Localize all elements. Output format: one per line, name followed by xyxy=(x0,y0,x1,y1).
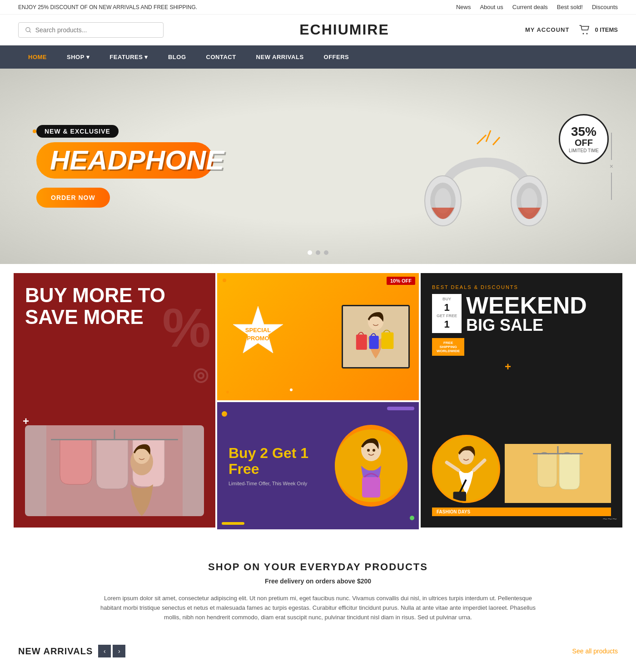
weekend-circle-image xyxy=(432,435,500,503)
cart-icon xyxy=(578,24,591,36)
deco-bar-2 xyxy=(222,522,244,525)
svg-line-12 xyxy=(493,137,500,145)
hero-dots xyxy=(308,250,328,255)
shop-description: Lorem ipsum dolor sit amet, consectetur … xyxy=(100,594,536,622)
weekend-title: WEEKEND xyxy=(466,294,611,317)
plus-icon: + xyxy=(23,415,29,428)
announcement-text: ENJOY 25% DISCOUNT OF ON NEW ARRIVALS AN… xyxy=(18,4,197,10)
big-sale-text: BIG SALE xyxy=(466,317,611,334)
search-icon xyxy=(25,26,32,34)
svg-point-3 xyxy=(586,33,588,34)
hero-title-wrap: HEADPHONE xyxy=(36,142,214,179)
fashion-days-badge: FASHION DAYS xyxy=(432,508,611,516)
chevron-down-icon: ▾ xyxy=(86,54,90,60)
buy-more-title: BUY MORE TO SAVE MORE xyxy=(25,284,204,329)
svg-line-11 xyxy=(486,130,491,142)
promo-grid: BUY MORE TO SAVE MORE % ◎ + xyxy=(14,273,622,529)
nav-offers[interactable]: OFFERS xyxy=(314,45,359,69)
top-link-deals[interactable]: Current deals xyxy=(512,4,548,10)
promo-card-buy-more[interactable]: BUY MORE TO SAVE MORE % ◎ + xyxy=(14,273,215,528)
header: ECHIUMIRE MY ACCOUNT 0 ITEMS xyxy=(0,15,636,45)
svg-point-29 xyxy=(367,449,370,452)
hero-headphone-image xyxy=(418,117,554,264)
buy2-subtitle: Limited-Time Offer, This Week Only xyxy=(229,481,326,486)
top-links: News About us Current deals Best sold! D… xyxy=(456,4,618,10)
nav-blog[interactable]: BLOG xyxy=(158,45,196,69)
shop-subtitle: Free delivery on orders above $200 xyxy=(18,577,618,585)
weekend-title-wrap: WEEKEND BIG SALE xyxy=(466,294,611,334)
hero-dot-2[interactable] xyxy=(316,250,320,255)
chevron-down-icon: ▾ xyxy=(144,54,148,60)
discount-badge: 35% OFF LIMITED TIME xyxy=(559,114,609,164)
my-account-link[interactable]: MY ACCOUNT xyxy=(525,26,569,33)
weekend-arrows-deco: ~~~ xyxy=(602,514,617,524)
logo: ECHIUMIRE xyxy=(299,21,389,38)
discount-tag: 10% OFF xyxy=(387,277,415,285)
nav-features[interactable]: FEATURES ▾ xyxy=(99,45,158,69)
top-link-discounts[interactable]: Discounts xyxy=(592,4,618,10)
free-ship-badge: FREE SHIPPING WORLDWIDE xyxy=(432,338,464,356)
main-nav: HOME SHOP ▾ FEATURES ▾ BLOG CONTACT NEW … xyxy=(0,45,636,69)
svg-text:SPECIAL: SPECIAL xyxy=(245,327,271,334)
buy-get-badge: BUY 1 GET FREE 1 xyxy=(432,294,462,333)
svg-line-10 xyxy=(477,135,486,144)
buy2-person-image xyxy=(335,425,407,507)
vline-bottom xyxy=(611,173,612,200)
svg-point-30 xyxy=(373,449,375,452)
promo-card-weekend[interactable]: BEST DEALS & DISCOUNTS BUY 1 GET FREE 1 … xyxy=(421,273,622,528)
svg-rect-14 xyxy=(51,439,178,440)
vline-top xyxy=(611,133,612,160)
svg-text:PROMO: PROMO xyxy=(247,335,269,342)
new-arrivals-section: NEW ARRIVALS ‹ › See all products xyxy=(0,636,636,664)
starburst-svg: SPECIAL PROMO xyxy=(226,304,290,368)
svg-rect-24 xyxy=(369,336,379,349)
x-mark: × xyxy=(610,163,613,170)
hero-title: HEADPHONE xyxy=(50,147,200,174)
discount-percent: 35% xyxy=(571,125,596,138)
dot-3 xyxy=(290,388,293,391)
buy-more-circle: ◎ xyxy=(193,364,209,385)
cart-count: 0 ITEMS xyxy=(595,26,618,33)
header-right: MY ACCOUNT 0 ITEMS xyxy=(525,24,618,36)
starburst-wrap: SPECIAL PROMO xyxy=(226,304,290,369)
nav-shop[interactable]: SHOP ▾ xyxy=(57,45,99,69)
top-link-bestsold[interactable]: Best sold! xyxy=(557,4,583,10)
promo-card-buy2[interactable]: Buy 2 Get 1 Free Limited-Time Offer, Thi… xyxy=(217,402,419,529)
hero-banner: NEW & EXCLUSIVE HEADPHONE ORDER NOW xyxy=(0,69,636,264)
hero-dot-1[interactable] xyxy=(308,250,312,255)
hero-lines-decoration: × xyxy=(610,133,613,200)
arrivals-prev-button[interactable]: ‹ xyxy=(98,645,111,657)
deco-circle-2 xyxy=(410,516,414,520)
promo-card-special[interactable]: SPECIAL PROMO 10% OFF xyxy=(217,273,419,400)
search-input[interactable] xyxy=(35,26,157,34)
svg-rect-33 xyxy=(453,492,466,501)
special-promo-image xyxy=(342,305,410,368)
arrivals-next-button[interactable]: › xyxy=(113,645,125,657)
nav-contact[interactable]: CONTACT xyxy=(196,45,246,69)
order-now-button[interactable]: ORDER NOW xyxy=(36,188,110,208)
new-arrivals-title: NEW ARRIVALS xyxy=(18,646,93,657)
cart-button[interactable]: 0 ITEMS xyxy=(578,24,618,36)
weekend-rack-image xyxy=(505,444,611,503)
svg-rect-23 xyxy=(356,334,367,350)
search-bar[interactable] xyxy=(18,22,164,38)
see-all-link[interactable]: See all products xyxy=(572,647,618,655)
arrivals-nav: ‹ › xyxy=(98,645,125,657)
buy-get-badge-row: BUY 1 GET FREE 1 WEEKEND BIG SALE FREE S… xyxy=(432,294,611,356)
buy2-text: Buy 2 Get 1 Free Limited-Time Offer, Thi… xyxy=(229,445,326,486)
top-link-news[interactable]: News xyxy=(456,4,471,10)
top-link-about[interactable]: About us xyxy=(480,4,503,10)
nav-new-arrivals[interactable]: NEW ARRIVALS xyxy=(246,45,314,69)
new-arrivals-left: NEW ARRIVALS ‹ › xyxy=(18,645,125,657)
hero-content: NEW & EXCLUSIVE HEADPHONE ORDER NOW xyxy=(0,107,250,226)
hero-dot-3[interactable] xyxy=(324,250,328,255)
shop-section: SHOP ON YOUR EVERYDAY PRODUCTS Free deli… xyxy=(0,538,636,636)
nav-home[interactable]: HOME xyxy=(18,45,57,69)
weekend-images xyxy=(432,435,611,503)
buy2-title: Buy 2 Get 1 Free xyxy=(229,445,326,477)
svg-point-2 xyxy=(583,33,584,34)
dot-1 xyxy=(223,279,226,282)
svg-line-1 xyxy=(30,31,31,32)
svg-rect-25 xyxy=(381,332,393,348)
shop-title: SHOP ON YOUR EVERYDAY PRODUCTS xyxy=(18,561,618,573)
